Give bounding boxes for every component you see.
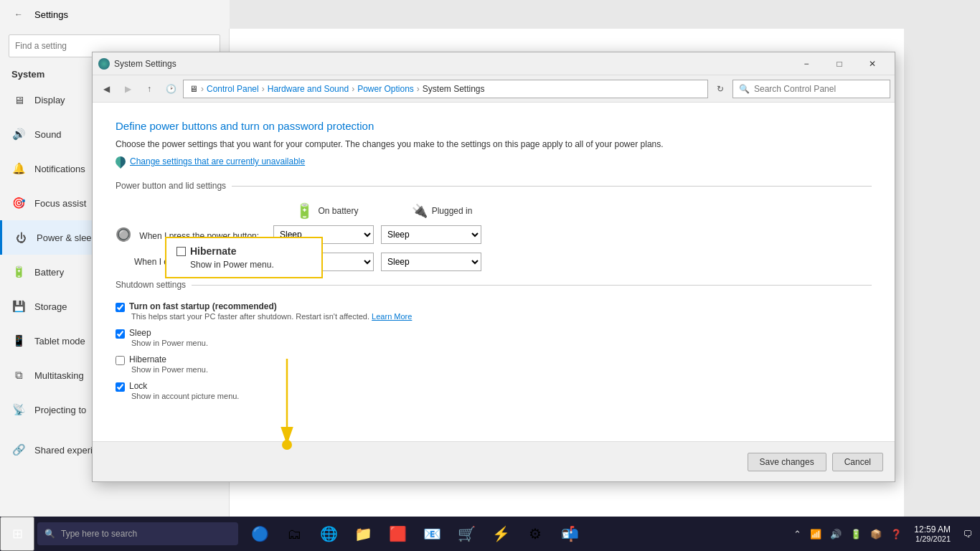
thinkfun-icon: ⚡ — [492, 525, 510, 542]
power-icon: ⏻ — [14, 230, 28, 245]
callout-arrow — [280, 352, 409, 466]
sidebar-item-label: Projecting to — [34, 405, 86, 415]
power-button-section-header: Power button and lid settings — [116, 181, 872, 191]
hibernate-checkbox[interactable] — [116, 356, 125, 365]
settings-back-btn[interactable]: ← — [9, 4, 29, 24]
taskbar-app-edge[interactable]: 🌐 — [313, 518, 344, 550]
lock-label[interactable]: Lock — [116, 381, 872, 392]
dialog-minimize-btn[interactable]: − — [790, 52, 823, 75]
dialog-footer: Save changes Cancel — [93, 441, 895, 481]
multitasking-icon: ⧉ — [11, 368, 26, 382]
on-battery-label: On battery — [318, 206, 358, 216]
breadcrumb-hardware[interactable]: Hardware and Sound — [268, 84, 349, 94]
taskbar-app-widgets[interactable]: 🗂 — [278, 518, 310, 550]
taskbar-app-thinkfun[interactable]: ⚡ — [485, 518, 517, 550]
plugged-in-col: 🔌 Plugged in — [388, 202, 496, 220]
taskbar-search[interactable]: 🔍 Type here to search — [37, 522, 238, 545]
sidebar-item-label: Display — [34, 95, 65, 105]
start-button[interactable]: ⊞ — [0, 517, 34, 551]
sleep-menu-item: Sleep Show in Power menu. — [116, 328, 872, 347]
breadcrumb-power-options[interactable]: Power Options — [357, 84, 414, 94]
addr-forward-btn[interactable]: ▶ — [118, 80, 137, 98]
addr-back-btn[interactable]: ◀ — [97, 80, 116, 98]
sleep-menu-label-text: Sleep — [129, 328, 151, 338]
taskbar-search-icon: 🔍 — [44, 529, 55, 539]
taskbar-app-explorer[interactable]: 📁 — [347, 518, 379, 550]
notification-center-icon[interactable]: 🗨 — [961, 529, 974, 540]
taskbar-app-settings-app[interactable]: ⚙ — [519, 518, 551, 550]
lock-label-text: Lock — [129, 381, 147, 391]
dropbox-icon[interactable]: 📦 — [868, 529, 884, 540]
svg-point-2 — [282, 440, 292, 450]
breadcrumb-icon: 🖥 — [189, 84, 198, 94]
sleep-menu-checkbox[interactable] — [116, 329, 125, 339]
power-table-header: 🔋 On battery 🔌 Plugged in — [116, 202, 872, 220]
hibernate-label[interactable]: Hibernate — [116, 354, 872, 365]
dialog-addressbar: ◀ ▶ ↑ 🕑 🖥 › Control Panel › Hardware and… — [93, 75, 895, 103]
settings-nav-buttons: ← — [9, 4, 29, 24]
fast-startup-item: Turn on fast startup (recommended) This … — [116, 301, 872, 321]
dialog-maximize-btn[interactable]: □ — [823, 52, 856, 75]
focus-icon: 🎯 — [11, 196, 26, 210]
sleep-menu-label[interactable]: Sleep — [116, 328, 872, 339]
addr-recent-btn[interactable]: 🕑 — [161, 80, 180, 98]
sidebar-item-label: Focus assist — [34, 198, 86, 209]
taskview-icon: 🔵 — [251, 525, 269, 542]
taskbar-apps: 🔵 🗂 🌐 📁 🟥 📧 🛒 ⚡ ⚙ 📬 — [244, 518, 585, 550]
taskbar-app-amazon[interactable]: 🛒 — [451, 518, 482, 550]
change-settings-text: Change settings that are currently unava… — [130, 156, 305, 166]
up-arrow-icon[interactable]: ⌃ — [791, 529, 804, 540]
storage-icon: 💾 — [11, 299, 26, 314]
close-lid-pluggedin-select[interactable]: Sleep Hibernate Do nothing — [381, 253, 481, 271]
taskbar: ⊞ 🔍 Type here to search 🔵 🗂 🌐 📁 🟥 📧 🛒 ⚡ — [0, 517, 980, 551]
volume-icon[interactable]: 🔊 — [828, 529, 844, 540]
outlook-icon: 📬 — [561, 525, 579, 542]
lock-checkbox[interactable] — [116, 382, 125, 392]
breadcrumb-system-settings: System Settings — [423, 84, 485, 94]
battery-icon: 🔋 — [11, 265, 26, 279]
fast-startup-label[interactable]: Turn on fast startup (recommended) — [116, 301, 872, 312]
hibernate-sub: Show in Power menu. — [131, 365, 872, 374]
taskbar-systray: ⌃ 📶 🔊 🔋 📦 ❓ 12:59 AM 1/29/2021 🗨 — [791, 524, 980, 543]
on-battery-col: 🔋 On battery — [273, 202, 381, 220]
sleep-menu-sub: Show in Power menu. — [131, 339, 872, 347]
shield-icon — [113, 154, 128, 169]
hibernate-item: Hibernate Show in Power menu. — [116, 354, 872, 374]
power-button-pluggedin-select[interactable]: Sleep Hibernate Shut down Do nothing — [381, 225, 481, 244]
cancel-button[interactable]: Cancel — [832, 453, 883, 471]
help-icon[interactable]: ❓ — [888, 529, 904, 540]
addr-refresh-btn[interactable]: ↻ — [711, 80, 730, 98]
breadcrumb-control-panel[interactable]: Control Panel — [207, 84, 259, 94]
dialog-close-btn[interactable]: ✕ — [856, 52, 889, 75]
taskbar-app-taskview[interactable]: 🔵 — [244, 518, 275, 550]
battery-icon: 🔋 — [296, 202, 314, 220]
callout-checkbox-row: Hibernate — [176, 245, 311, 257]
taskbar-clock[interactable]: 12:59 AM 1/29/2021 — [908, 524, 956, 543]
save-changes-button[interactable]: Save changes — [748, 453, 826, 471]
addr-search-container: 🔍 — [732, 80, 890, 98]
plugged-in-label: Plugged in — [432, 206, 473, 216]
sidebar-item-label: Tablet mode — [34, 336, 85, 347]
breadcrumb[interactable]: 🖥 › Control Panel › Hardware and Sound ›… — [183, 80, 708, 98]
taskbar-app-mail[interactable]: 📧 — [416, 518, 448, 550]
define-desc: Choose the power settings that you want … — [116, 138, 872, 151]
shutdown-section-header: Shutdown settings — [116, 280, 872, 290]
explorer-icon: 📁 — [354, 525, 372, 542]
fast-startup-label-text: Turn on fast startup (recommended) — [129, 301, 277, 311]
battery-systray-icon[interactable]: 🔋 — [848, 529, 864, 540]
network-icon[interactable]: 📶 — [808, 529, 824, 540]
shutdown-settings: Turn on fast startup (recommended) This … — [116, 301, 872, 400]
lock-sub: Show in account picture menu. — [131, 392, 872, 400]
addr-up-btn[interactable]: ↑ — [140, 80, 159, 98]
notifications-icon: 🔔 — [11, 161, 26, 176]
search-input[interactable] — [754, 84, 884, 94]
callout-tooltip: Hibernate Show in Power menu. — [165, 237, 323, 278]
learn-more-link[interactable]: Learn More — [372, 312, 412, 321]
taskbar-app-store[interactable]: 🟥 — [382, 518, 413, 550]
change-settings-link[interactable]: Change settings that are currently unava… — [116, 156, 305, 166]
fast-startup-checkbox[interactable] — [116, 303, 125, 312]
taskbar-app-outlook[interactable]: 📬 — [554, 518, 585, 550]
settings-titlebar: ← Settings — [0, 0, 230, 29]
callout-checkbox — [176, 247, 186, 256]
sidebar-item-label: Storage — [34, 301, 67, 312]
